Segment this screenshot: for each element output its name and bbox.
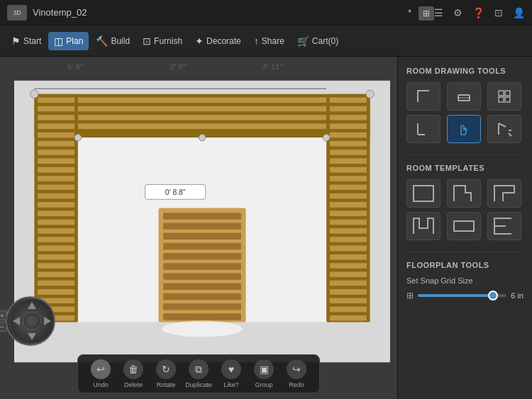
transform-tool[interactable] [487, 115, 521, 143]
toolbar-decorate[interactable]: ✦ Decorate [189, 32, 247, 50]
template-l-shape2[interactable] [487, 179, 521, 208]
svg-rect-67 [163, 263, 241, 269]
settings-icon[interactable]: ⚙ [453, 7, 462, 18]
svg-rect-46 [330, 228, 367, 234]
svg-text:0' 8.8": 0' 8.8" [165, 189, 186, 196]
like-button[interactable]: ♥ Like? [217, 359, 245, 388]
svg-rect-55 [330, 307, 367, 313]
svg-rect-43 [330, 202, 367, 208]
svg-rect-36 [330, 141, 367, 147]
toolbar-plan[interactable]: ◫ Plan [48, 32, 89, 50]
svg-rect-40 [330, 176, 367, 181]
svg-rect-50 [330, 263, 367, 269]
menu-icon[interactable]: ☰ [434, 7, 443, 18]
template-c-shape[interactable] [487, 212, 521, 240]
svg-marker-88 [44, 317, 51, 325]
main-toolbar: ⚑ Start ◫ Plan 🔨 Build ⊡ Furnish ✦ Decor… [0, 26, 532, 57]
template-square[interactable] [406, 179, 440, 208]
svg-rect-37 [330, 150, 367, 155]
svg-rect-62 [163, 213, 241, 219]
zoom-in-button[interactable]: + [0, 310, 7, 320]
navigation-control[interactable]: + − [6, 296, 55, 346]
rotate-button[interactable]: ↻ Rotate [152, 359, 180, 388]
svg-point-90 [26, 315, 38, 327]
svg-rect-15 [38, 184, 74, 190]
toolbar-start[interactable]: ⚑ Start [6, 32, 47, 50]
snap-slider[interactable] [418, 291, 506, 300]
svg-rect-25 [38, 271, 74, 277]
toolbar-furnish[interactable]: ⊡ Furnish [137, 32, 188, 50]
svg-line-100 [509, 133, 511, 136]
svg-rect-7 [38, 115, 74, 120]
floorplan-tools-title: FLOORPLAN TOOLS [406, 261, 523, 269]
template-l-shape[interactable] [447, 179, 481, 208]
svg-rect-14 [38, 176, 74, 181]
toolbar-build[interactable]: 🔨 Build [90, 32, 135, 50]
svg-rect-17 [38, 202, 74, 208]
svg-rect-65 [163, 243, 241, 249]
svg-rect-9 [38, 133, 74, 138]
app-logo: 3D [7, 5, 27, 21]
pencil-tool[interactable] [406, 115, 440, 143]
svg-rect-18 [38, 210, 74, 216]
dimension-label-2: 2' 0" [170, 62, 187, 71]
user-icon[interactable]: 👤 [513, 7, 525, 18]
svg-point-83 [162, 321, 243, 337]
delete-button[interactable]: 🗑 Delete [119, 359, 148, 388]
svg-rect-52 [330, 281, 367, 286]
svg-rect-53 [330, 289, 367, 295]
svg-rect-8 [38, 123, 74, 129]
share-tb-icon: ↑ [254, 35, 259, 47]
dimension-label-1: 5' 6" [67, 62, 84, 71]
draw-wall-tool[interactable] [406, 82, 440, 111]
svg-rect-57 [78, 97, 326, 103]
canvas-area[interactable]: 5' 6" 2' 0" 4' 11" [0, 57, 397, 399]
build-icon: 🔨 [96, 35, 108, 47]
svg-rect-27 [38, 289, 74, 295]
svg-point-79 [199, 134, 205, 140]
svg-rect-59 [78, 115, 326, 120]
toolbar-share[interactable]: ↑ Share [248, 32, 290, 50]
template-u-shape[interactable] [406, 212, 440, 240]
svg-rect-51 [330, 271, 367, 277]
svg-rect-96 [505, 97, 510, 102]
svg-rect-47 [330, 237, 367, 242]
svg-rect-10 [38, 141, 74, 147]
start-icon: ⚑ [11, 35, 21, 47]
bottom-toolbar: ↩ Undo 🗑 Delete ↻ Rotate ⧉ Duplicate ♥ L… [77, 354, 320, 393]
svg-rect-45 [330, 220, 367, 225]
erase-tool[interactable] [447, 82, 481, 111]
svg-rect-70 [163, 293, 241, 300]
duplicate-button[interactable]: ⧉ Duplicate [184, 359, 213, 388]
floorplan-canvas[interactable]: 0' 8.8" [14, 74, 390, 369]
document-title: Vinotemp_02 [33, 7, 406, 18]
svg-rect-60 [78, 123, 326, 129]
redo-button[interactable]: ↪ Redo [282, 359, 311, 388]
svg-rect-69 [163, 283, 241, 290]
svg-rect-34 [330, 123, 367, 129]
snap-slider-thumb[interactable] [488, 291, 498, 300]
plan-icon: ◫ [54, 35, 63, 47]
svg-rect-54 [330, 298, 367, 303]
share-icon[interactable]: ⊡ [494, 7, 503, 18]
hand-tool[interactable] [447, 115, 481, 143]
help-icon[interactable]: ❓ [472, 7, 484, 18]
svg-rect-21 [38, 237, 74, 242]
svg-rect-66 [163, 253, 241, 259]
svg-rect-58 [78, 106, 326, 112]
template-rect[interactable] [447, 212, 481, 240]
svg-marker-86 [28, 333, 36, 340]
grid-tool[interactable] [487, 82, 521, 111]
grid-view-icon[interactable]: ⊞ [419, 6, 434, 21]
nav-ring-svg [7, 296, 54, 346]
toolbar-cart[interactable]: 🛒 Cart(0) [292, 32, 344, 50]
furnish-icon: ⊡ [143, 35, 151, 47]
svg-rect-95 [499, 97, 504, 102]
zoom-out-button[interactable]: − [0, 322, 7, 332]
group-button[interactable]: ▣ Group [250, 359, 278, 388]
svg-rect-26 [38, 281, 74, 286]
undo-button[interactable]: ↩ Undo [87, 359, 115, 388]
snap-grid-icon: ⊞ [406, 291, 414, 300]
svg-rect-48 [330, 246, 367, 252]
modified-indicator: * [408, 8, 411, 18]
